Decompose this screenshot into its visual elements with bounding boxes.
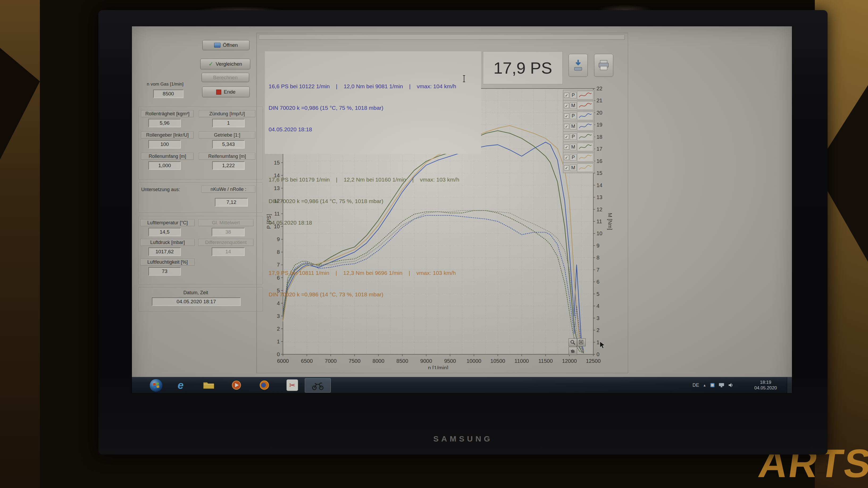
field-n-vom-gas[interactable]: 8500 [153, 90, 184, 98]
compare-button[interactable]: ✓ Vergleichen [200, 59, 250, 69]
label-getriebe: Getriebe [1:] [199, 132, 255, 138]
chart-legend: ✓P✓M✓P✓M✓P✓M✓P✓M [563, 90, 594, 173]
taskbar-item-explorer[interactable] [203, 379, 215, 391]
svg-text:10500: 10500 [490, 358, 505, 364]
legend-checkbox[interactable]: ✓ [564, 93, 569, 98]
legend-row[interactable]: ✓P [563, 90, 594, 100]
taskbar-item-dyno-app-active[interactable] [305, 378, 331, 393]
zoom-window-icon[interactable] [568, 338, 577, 346]
tray-network-icon[interactable] [718, 383, 724, 388]
label-lufttemperatur: Lufttemperatur [°C] [141, 219, 195, 226]
open-button[interactable]: Öffnen [203, 40, 249, 50]
language-indicator[interactable]: DE [692, 383, 699, 388]
legend-checkbox[interactable]: ✓ [564, 113, 569, 119]
legend-row[interactable]: ✓M [563, 142, 594, 152]
scissors-icon: ✂ [286, 379, 298, 391]
legend-checkbox[interactable]: ✓ [564, 134, 569, 139]
svg-text:8000: 8000 [373, 358, 384, 364]
legend-row[interactable]: ✓P [563, 152, 594, 163]
legend-checkbox[interactable]: ✓ [564, 144, 569, 150]
legend-row[interactable]: ✓M [563, 100, 594, 111]
save-icon [572, 59, 584, 72]
pan-hand-icon[interactable] [568, 347, 577, 355]
label-reifenumfang: Reifenumfang [m] [199, 153, 255, 160]
field-lufttemperatur[interactable]: 14,5 [148, 228, 181, 236]
legend-row[interactable]: ✓P [563, 110, 594, 121]
svg-text:0: 0 [596, 351, 599, 357]
big-power-reading: 17,9 PS [483, 51, 563, 84]
result-din: DIN 70020 k =0,986 (15 °C, 75 %, 1018 mb… [269, 104, 477, 111]
results-panel: 16,6 PS bei 10122 1/min | 12,0 Nm bei 90… [265, 51, 481, 154]
label-differenzenquotient: Differenzenquotient [198, 239, 253, 246]
label-datum-zeit: Datum, Zeit [156, 289, 236, 296]
svg-text:n [1/min]: n [1/min] [428, 365, 448, 369]
result-datetime: 04.05.2020 18:18 [269, 219, 477, 226]
print-button[interactable] [594, 54, 613, 77]
taskbar-item-media-player[interactable] [230, 379, 243, 391]
compare-check-icon: ✓ [209, 62, 213, 66]
open-folder-icon [214, 43, 220, 47]
firefox-icon [259, 380, 270, 390]
legend-label: M [570, 102, 577, 109]
result-din: DIN 70020 k =0,986 (14 °C, 73 %, 1018 mb… [269, 291, 477, 298]
save-button[interactable] [568, 54, 588, 77]
legend-curve-thumbnail [577, 132, 593, 141]
svg-text:9500: 9500 [444, 358, 456, 364]
field-gl-mittelwert[interactable]: 38 [212, 228, 245, 236]
taskbar-item-firefox[interactable] [258, 379, 271, 391]
tray-app-icon[interactable] [710, 383, 715, 388]
clock-date: 04.05.2020 [749, 385, 782, 391]
legend-curve-thumbnail [577, 153, 593, 162]
svg-text:11000: 11000 [515, 358, 529, 364]
svg-text:8500: 8500 [397, 358, 408, 364]
legend-checkbox[interactable]: ✓ [564, 155, 569, 160]
stop-square-icon [216, 90, 221, 95]
svg-text:7000: 7000 [325, 358, 337, 364]
legend-row[interactable]: ✓M [563, 162, 594, 173]
printer-icon [597, 59, 610, 71]
svg-text:14: 14 [596, 182, 602, 188]
svg-text:2: 2 [596, 327, 599, 333]
svg-text:17: 17 [596, 146, 602, 152]
result-summary: 17,9 PS bei 10811 1/min | 12,3 Nm bei 96… [269, 269, 477, 276]
field-rollentraegheit[interactable]: 5,96 [148, 119, 181, 127]
tray-volume-icon[interactable] [728, 383, 734, 388]
svg-text:7500: 7500 [349, 358, 361, 364]
photo-background-left [0, 0, 40, 488]
field-getriebe[interactable]: 5,343 [212, 140, 245, 149]
taskbar-item-internet-explorer[interactable]: e [175, 379, 187, 391]
svg-text:11: 11 [596, 219, 602, 224]
legend-label: M [570, 165, 577, 171]
field-differenzenquotient[interactable]: 14 [212, 248, 245, 256]
start-button[interactable] [150, 379, 163, 392]
field-luftdruck[interactable]: 1017,62 [148, 248, 181, 256]
field-rollengeber[interactable]: 100 [148, 140, 181, 149]
tray-expand-icon[interactable]: ▲ [703, 383, 706, 387]
legend-checkbox[interactable]: ✓ [564, 124, 569, 129]
end-button[interactable]: Ende [202, 87, 250, 97]
field-luftfeuchtigkeit[interactable]: 73 [148, 267, 181, 275]
field-rollenumfang[interactable]: 1,000 [148, 161, 181, 170]
legend-row[interactable]: ✓P [563, 131, 594, 142]
taskbar-item-snipping-tool[interactable]: ✂ [286, 379, 299, 391]
field-datum-zeit[interactable]: 04.05.2020 18:17 [152, 297, 241, 306]
field-reifenumfang[interactable]: 1,222 [212, 161, 245, 170]
windows-flag-icon [153, 382, 160, 389]
show-desktop-button[interactable] [787, 377, 792, 393]
legend-checkbox[interactable]: ✓ [564, 103, 569, 108]
result-din: DIN 70020 k =0,986 (14 °C, 75 %, 1018 mb… [269, 197, 477, 205]
legend-row[interactable]: ✓M [563, 121, 594, 132]
svg-text:19: 19 [596, 122, 602, 128]
label-rollentraegheit: Rollenträgheit [kgm²] [141, 110, 194, 117]
field-untersetzung[interactable]: 7,12 [215, 198, 248, 206]
calculate-button[interactable]: Berechnen [202, 73, 249, 82]
svg-text:21: 21 [596, 98, 602, 103]
field-zuendung[interactable]: 1 [212, 119, 245, 127]
legend-checkbox[interactable]: ✓ [564, 165, 569, 170]
svg-text:5: 5 [596, 291, 599, 297]
label-untersetzung: Untersetzung aus: [141, 186, 196, 193]
zoom-in-icon[interactable] [577, 338, 586, 346]
svg-text:13: 13 [596, 194, 602, 200]
media-player-icon [231, 380, 242, 390]
taskbar-clock[interactable]: 18:19 04.05.2020 [749, 380, 782, 391]
